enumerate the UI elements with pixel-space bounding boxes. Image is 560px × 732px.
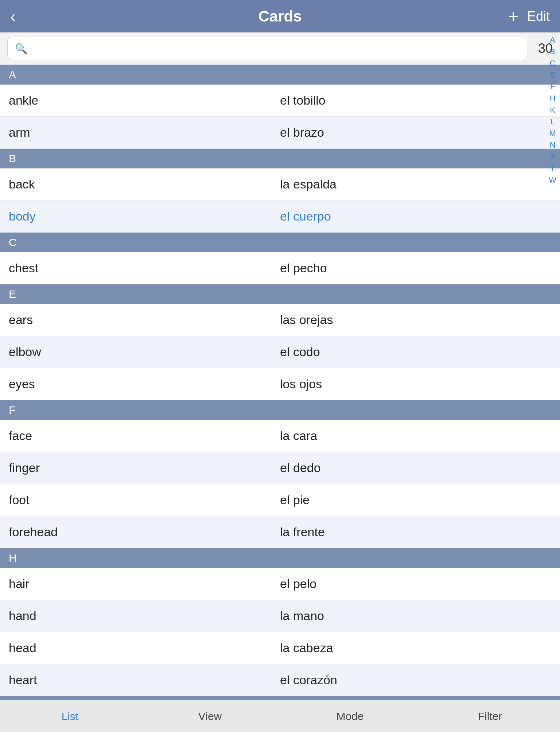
- section-header-F: F: [0, 400, 560, 420]
- card-front: eyes: [9, 377, 280, 391]
- card-front: back: [9, 177, 280, 191]
- table-row[interactable]: ankleel tobillo: [0, 85, 560, 117]
- card-back: el brazo: [280, 125, 551, 140]
- add-button[interactable]: +: [508, 8, 518, 25]
- index-letter-E[interactable]: E: [549, 70, 556, 80]
- index-letter-H[interactable]: H: [549, 94, 556, 103]
- card-front: head: [9, 641, 280, 655]
- index-letter-N[interactable]: N: [549, 140, 556, 150]
- tab-list[interactable]: List: [0, 700, 140, 732]
- index-letter-M[interactable]: M: [549, 129, 556, 138]
- table-row[interactable]: armel brazo: [0, 117, 560, 149]
- card-front: chest: [9, 261, 280, 275]
- table-row[interactable]: fingerel dedo: [0, 452, 560, 484]
- table-row[interactable]: chestel pecho: [0, 252, 560, 284]
- card-back: los ojos: [280, 377, 551, 391]
- search-icon: 🔍: [15, 43, 28, 55]
- table-row[interactable]: backla espalda: [0, 168, 560, 200]
- table-row[interactable]: foreheadla frente: [0, 516, 560, 548]
- table-row[interactable]: heartel corazón: [0, 664, 560, 696]
- card-front: finger: [9, 461, 280, 475]
- card-back: la frente: [280, 525, 551, 539]
- search-bar: 🔍 30: [0, 32, 560, 65]
- card-front: ankle: [9, 93, 280, 108]
- card-back: la cara: [280, 429, 551, 443]
- index-letter-T[interactable]: T: [549, 164, 556, 173]
- table-row[interactable]: hairel pelo: [0, 568, 560, 600]
- tab-filter[interactable]: Filter: [420, 700, 560, 732]
- section-header-A: A: [0, 65, 560, 85]
- section-header-E: E: [0, 284, 560, 304]
- card-back: las orejas: [280, 313, 551, 327]
- table-row[interactable]: handla mano: [0, 600, 560, 632]
- card-back: el pie: [280, 493, 551, 507]
- card-front: elbow: [9, 345, 280, 359]
- index-letter-K[interactable]: K: [549, 105, 556, 115]
- card-back: el corazón: [280, 673, 551, 687]
- table-row[interactable]: footel pie: [0, 484, 560, 516]
- tab-mode[interactable]: Mode: [280, 700, 420, 732]
- card-front: face: [9, 429, 280, 443]
- search-input[interactable]: [32, 42, 520, 55]
- table-row[interactable]: earslas orejas: [0, 304, 560, 336]
- back-button[interactable]: ‹: [10, 8, 16, 24]
- table-row[interactable]: eyeslos ojos: [0, 368, 560, 400]
- tab-view[interactable]: View: [140, 700, 280, 732]
- card-back: la cabeza: [280, 641, 551, 655]
- card-back: el pelo: [280, 577, 551, 591]
- tab-bar: ListViewModeFilter: [0, 700, 560, 732]
- card-back: el codo: [280, 345, 551, 359]
- index-letter-B[interactable]: B: [549, 47, 556, 57]
- section-header-B: B: [0, 149, 560, 168]
- card-back: la espalda: [280, 177, 551, 191]
- header-actions: + Edit: [508, 8, 550, 25]
- card-front: arm: [9, 125, 280, 140]
- table-row[interactable]: headla cabeza: [0, 632, 560, 664]
- card-front: forehead: [9, 525, 280, 539]
- index-sidebar: ABCEFHKLMNSTW: [545, 32, 560, 188]
- index-letter-L[interactable]: L: [549, 117, 556, 126]
- card-front: foot: [9, 493, 280, 507]
- table-row[interactable]: elbowel codo: [0, 336, 560, 368]
- index-letter-F[interactable]: F: [549, 82, 556, 92]
- table-row[interactable]: facela cara: [0, 420, 560, 452]
- content-area: Aankleel tobilloarmel brazoBbackla espal…: [0, 65, 560, 732]
- edit-button[interactable]: Edit: [527, 9, 550, 24]
- card-front: heart: [9, 673, 280, 687]
- card-back: el tobillo: [280, 93, 551, 108]
- card-back: el cuerpo: [280, 209, 551, 223]
- index-letter-C[interactable]: C: [549, 59, 556, 68]
- index-letter-A[interactable]: A: [549, 35, 556, 45]
- section-header-C: C: [0, 233, 560, 252]
- section-header-H: H: [0, 548, 560, 568]
- card-back: el pecho: [280, 261, 551, 275]
- card-back: la mano: [280, 609, 551, 623]
- card-front: hand: [9, 609, 280, 623]
- index-letter-S[interactable]: S: [549, 152, 556, 161]
- card-front: ears: [9, 313, 280, 327]
- page-title: Cards: [258, 8, 302, 25]
- card-back: el dedo: [280, 461, 551, 475]
- card-front: hair: [9, 577, 280, 591]
- index-letter-W[interactable]: W: [549, 175, 556, 185]
- card-front: body: [9, 209, 280, 223]
- search-input-wrapper[interactable]: 🔍: [7, 37, 527, 60]
- header: ‹ Cards + Edit: [0, 0, 560, 32]
- table-row[interactable]: bodyel cuerpo: [0, 200, 560, 233]
